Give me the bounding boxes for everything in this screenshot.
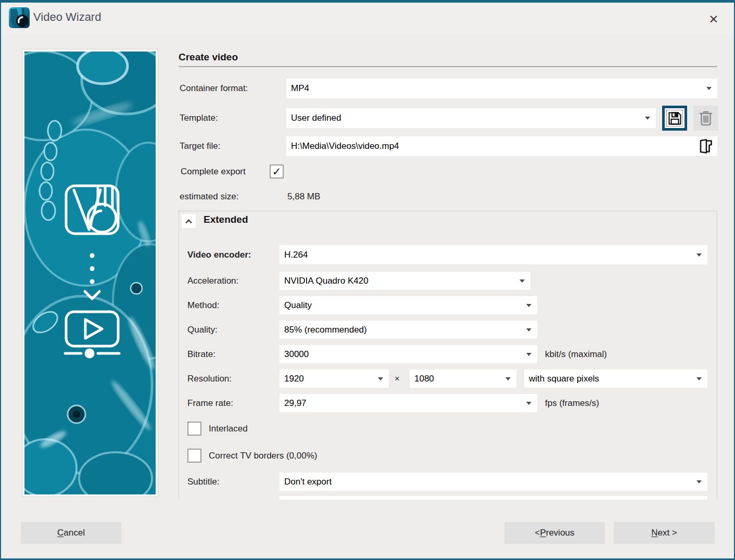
- cancel-button[interactable]: Cancel: [21, 522, 121, 544]
- title-bar: Video Wizard ✕: [1, 3, 734, 35]
- estimated-size-value: 5,88 MB: [287, 187, 320, 207]
- next-button[interactable]: Next >: [614, 522, 715, 544]
- delete-template-button[interactable]: [693, 106, 718, 131]
- target-file-input[interactable]: H:\Media\Videos\video.mp4: [286, 136, 717, 156]
- video-encoder-label: Video encoder:: [187, 245, 251, 264]
- quality-select[interactable]: 85% (recommended): [280, 321, 537, 339]
- bitrate-unit: kbit/s (maximal): [545, 345, 607, 363]
- chevron-down-icon: [645, 117, 650, 120]
- open-folder-icon: [699, 138, 713, 154]
- wizard-illustration: [22, 49, 158, 497]
- close-icon[interactable]: ✕: [703, 9, 725, 30]
- heading-divider: [179, 66, 717, 67]
- method-label: Method:: [187, 296, 219, 314]
- save-icon: [668, 111, 682, 125]
- complete-export-label: Complete export: [181, 162, 246, 182]
- pixel-mode-select[interactable]: with square pixels: [524, 370, 707, 388]
- subtitle-label: Subtitle:: [187, 473, 219, 491]
- chevron-down-icon: [706, 87, 712, 90]
- resolution-separator: ×: [395, 370, 400, 388]
- section-heading: Create video: [179, 52, 238, 63]
- video-encoder-select[interactable]: H.264: [280, 245, 707, 264]
- acceleration-label: Acceleration:: [187, 272, 238, 290]
- collapse-extended-button[interactable]: [182, 214, 196, 228]
- estimated-size-label: estimated size:: [180, 187, 238, 207]
- interlaced-checkbox[interactable]: [187, 422, 201, 436]
- resolution-label: Resolution:: [187, 370, 232, 388]
- bitrate-label: Bitrate:: [187, 345, 216, 363]
- save-template-button[interactable]: [662, 106, 687, 131]
- video-wizard-dialog: Video Wizard ✕: [0, 0, 735, 560]
- chevron-down-icon: [519, 279, 525, 283]
- container-format-select[interactable]: MP4: [286, 79, 717, 98]
- chevron-down-icon: [526, 402, 531, 405]
- chevron-down-icon: [696, 377, 702, 380]
- container-format-label: Container format:: [180, 79, 248, 98]
- chevron-down-icon: [378, 377, 383, 380]
- correct-tv-borders-label: Correct TV borders (0,00%): [209, 447, 317, 464]
- chevron-down-icon: [696, 253, 702, 257]
- interlaced-label: Interlaced: [209, 420, 248, 437]
- chevron-down-icon: [526, 304, 531, 307]
- template-select[interactable]: User defined: [286, 108, 656, 128]
- check-icon: ✓: [272, 166, 282, 178]
- target-file-label: Target file:: [180, 136, 220, 156]
- bitrate-select[interactable]: 30000: [280, 345, 537, 363]
- correct-tv-borders-checkbox[interactable]: [187, 449, 201, 463]
- app-logo-icon: [8, 7, 30, 29]
- acceleration-select[interactable]: NVIDIA Quadro K420: [280, 272, 530, 290]
- chevron-down-icon: [526, 328, 531, 332]
- clipped-next-field: [280, 496, 707, 500]
- complete-export-checkbox[interactable]: ✓: [270, 164, 284, 179]
- chevron-up-icon: [185, 219, 192, 226]
- extended-heading: Extended: [204, 214, 248, 225]
- window-title: Video Wizard: [33, 10, 101, 24]
- browse-file-button[interactable]: [697, 138, 715, 155]
- frame-rate-select[interactable]: 29,97: [280, 394, 537, 412]
- chevron-down-icon: [505, 377, 511, 380]
- resolution-height-select[interactable]: 1080: [410, 370, 516, 388]
- subtitle-select[interactable]: Don't export: [280, 473, 707, 491]
- template-label: Template:: [180, 108, 218, 128]
- quality-label: Quality:: [187, 321, 218, 339]
- resolution-width-select[interactable]: 1920: [280, 370, 389, 388]
- frame-rate-label: Frame rate:: [187, 394, 233, 412]
- method-select[interactable]: Quality: [280, 296, 537, 314]
- chevron-down-icon: [526, 353, 531, 356]
- trash-icon: [699, 110, 713, 126]
- previous-button[interactable]: < Previous: [504, 522, 605, 544]
- frame-rate-unit: fps (frames/s): [545, 394, 599, 412]
- chevron-down-icon: [696, 480, 702, 483]
